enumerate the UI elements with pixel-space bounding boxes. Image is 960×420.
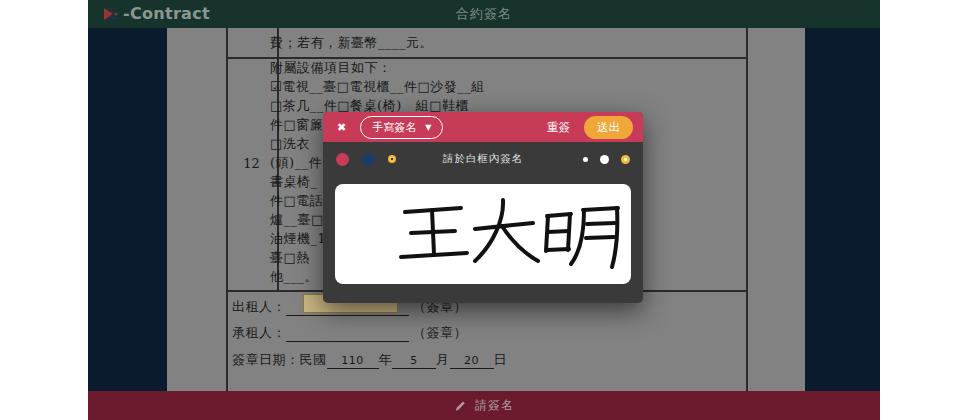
tenant-line: 承租人： （簽章） [232, 324, 467, 342]
tenant-label: 承租人： [232, 324, 286, 342]
app-header: Σ -Contract 合約簽名 [88, 0, 880, 28]
tenant-seal-label: （簽章） [413, 324, 467, 342]
table-border [226, 28, 228, 391]
pen-color-blue-swatch[interactable] [362, 153, 375, 166]
pen-color-black-swatch-selected[interactable] [388, 155, 396, 163]
contract-clause-text: 費；若有，新臺幣____元。 [270, 34, 433, 52]
landlord-label: 出租人： [232, 298, 286, 316]
date-year-unit: 年 [379, 351, 393, 369]
tenant-signature-underline [286, 327, 409, 342]
app-logo: Σ -Contract [102, 2, 210, 24]
sigma-arrow-logo-icon: Σ [102, 2, 122, 24]
handwritten-signature-wang-da-ming [335, 184, 631, 284]
pen-size-medium[interactable] [600, 155, 609, 164]
table-border [746, 28, 748, 391]
pen-size-small[interactable] [583, 157, 588, 162]
pen-size-group [583, 155, 630, 164]
date-line: 簽章日期：民國 110 年 5 月 20 日 [232, 351, 507, 369]
signature-mode-value: 手寫簽名 [372, 120, 416, 135]
pen-size-large-selected[interactable] [621, 155, 630, 164]
pen-icon [454, 399, 467, 412]
signature-modal: ✖ 手寫簽名 ▼ 重簽 送出 請於白框內簽名 [323, 112, 643, 303]
sign-action-label: 請簽名 [475, 397, 514, 414]
signature-mode-select[interactable]: 手寫簽名 ▼ [360, 116, 443, 139]
landlord-signature-underline [286, 301, 409, 316]
pen-toolbar: 請於白框內簽名 [323, 142, 643, 176]
date-prefix: 簽章日期：民國 [232, 351, 327, 369]
signature-canvas[interactable] [335, 184, 631, 284]
equipment-line: ☑電視__臺□電視櫃__件□沙發__組 [270, 77, 485, 96]
close-icon[interactable]: ✖ [337, 121, 346, 134]
date-day-value: 20 [450, 353, 494, 369]
date-month-value: 5 [392, 353, 436, 369]
date-day-unit: 日 [494, 351, 508, 369]
signature-modal-header: ✖ 手寫簽名 ▼ 重簽 送出 [323, 112, 643, 142]
svg-text:Σ: Σ [107, 5, 118, 23]
sign-action-bar[interactable]: 請簽名 [88, 391, 880, 420]
page-title: 合約簽名 [456, 5, 512, 23]
resign-button[interactable]: 重簽 [547, 120, 570, 135]
date-year-value: 110 [327, 353, 379, 369]
logo-text: -Contract [123, 4, 210, 23]
chevron-down-icon: ▼ [425, 123, 431, 132]
equipment-line: 附屬設備項目如下： [270, 58, 485, 77]
submit-button[interactable]: 送出 [584, 116, 633, 139]
date-month-unit: 月 [436, 351, 450, 369]
pen-color-red-swatch[interactable] [336, 153, 349, 166]
